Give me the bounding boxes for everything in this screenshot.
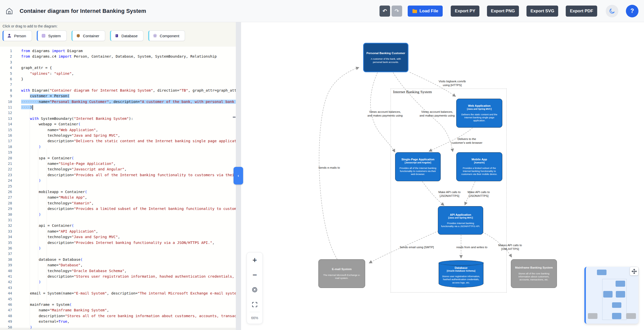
minimap-node [626, 313, 636, 319]
palette-button-label: Container [83, 34, 99, 38]
line-number: 5 [0, 71, 12, 76]
zoom-out-button[interactable]: − [247, 267, 262, 282]
diagram-node-mainframe[interactable]: Mainframe Banking SystemStores all of th… [511, 259, 557, 288]
palette-button-label: Person [14, 34, 26, 38]
code-line-41: 41 description="Stores user registration… [0, 274, 236, 279]
line-number: 34 [0, 234, 12, 240]
export-svg-button[interactable]: Export SVG [526, 6, 558, 17]
export-png-button[interactable]: Export PNG [487, 6, 519, 17]
minimap-node [612, 302, 621, 308]
palette-button-person[interactable]: Person [3, 30, 32, 41]
code-line-24: 24 ) [0, 178, 236, 183]
code-line-3: 3 [0, 59, 236, 65]
code-line-34: 34 technology="Java and Spring MVC", [0, 234, 236, 240]
line-number: 24 [0, 178, 12, 183]
palette-button-database[interactable]: Database [110, 30, 143, 41]
line-number: 30 [0, 212, 12, 217]
export-pdf-button[interactable]: Export PDF [566, 6, 597, 17]
line-number: 27 [0, 195, 12, 200]
system-boundary-label: Internet Banking System [393, 90, 432, 94]
line-number: 28 [0, 200, 12, 206]
line-number: 31 [0, 217, 12, 223]
line-number: 47 [0, 307, 12, 313]
code-line-9: 9 customer = Person( [0, 93, 236, 99]
code-line-1: 1from diagrams import Diagram [0, 48, 236, 54]
diagram-node-customer[interactable]: Personal Banking CustomerA customer of t… [363, 43, 408, 72]
redo-button[interactable]: ↷ [392, 6, 402, 17]
palette-button-container[interactable]: Container [71, 30, 105, 41]
node-description: A customer of the bank, with personal ba… [366, 57, 405, 64]
code-line-17: 17 description="Delivers the static cont… [0, 138, 236, 144]
code-line-49: 49 external=True, [0, 319, 236, 324]
diagram-node-spa[interactable]: Single-Page Application[Javascript and A… [395, 152, 441, 181]
diagram-node-email[interactable]: E-mail SystemThe internal Microsoft Exch… [318, 259, 365, 288]
minimap-node [612, 313, 621, 319]
help-button[interactable]: ? [626, 5, 638, 17]
line-number: 43 [0, 285, 12, 290]
code-line-42: 42 ) [0, 279, 236, 285]
edge-label-make-api-2: Make API calls to [JSON/HTTPS] [468, 190, 490, 198]
node-title: E-mail System [332, 267, 352, 271]
diagram-node-api[interactable]: API Application[Java and Spring MVC]Prov… [438, 206, 483, 235]
line-number: 4 [0, 65, 12, 70]
zoom-in-button[interactable]: + [247, 252, 262, 267]
zoom-level: 66% [247, 312, 262, 324]
collapse-editor-button[interactable]: ‹ [234, 167, 243, 185]
line-number: 45 [0, 296, 12, 302]
node-description: Stores user registration information, ha… [441, 275, 481, 284]
code-line-26: 26 mobileapp = Container( [0, 189, 236, 195]
code-line-19: 19 [0, 150, 236, 155]
diagram-node-webapp[interactable]: Web Application[Java and Spring MVC]Deli… [456, 99, 502, 128]
line-number: 46 [0, 302, 12, 307]
minimap[interactable] [584, 267, 638, 324]
code-line-4: 4graph_attr = { [0, 65, 236, 70]
pan-tool[interactable] [630, 267, 638, 275]
undo-button[interactable]: ↶ [380, 6, 390, 17]
minimap-node [588, 313, 597, 319]
palette-button-component[interactable]: Component [148, 30, 185, 41]
diagram-node-database[interactable]: Database[Oracle Database Schema]Stores u… [439, 263, 483, 287]
fit-view-button[interactable] [247, 297, 262, 312]
code-line-32: 32 api = Container( [0, 223, 236, 228]
line-number: 38 [0, 257, 12, 262]
line-number: 48 [0, 313, 12, 319]
node-description: Provides all of the Internet banking fun… [398, 167, 438, 176]
line-number: 41 [0, 274, 12, 279]
home-icon[interactable] [6, 7, 13, 15]
edge-label-views-1: Views account balances, and makes paymen… [367, 110, 403, 118]
node-description: The internal Microsoft Exchange e-mail s… [321, 274, 362, 280]
export-py-button[interactable]: Export PY [451, 6, 479, 17]
line-number: 32 [0, 223, 12, 228]
minimap-node [616, 281, 625, 287]
line-number: 6 [0, 76, 12, 82]
node-description: Stores all of the core banking informati… [514, 272, 554, 281]
line-number: 22 [0, 166, 12, 172]
load-file-button[interactable]: Load File [408, 6, 443, 17]
line-number: 10 [0, 99, 12, 104]
code-line-8: 8with Diagram("Container diagram for Int… [0, 88, 236, 93]
line-number: 20 [0, 155, 12, 161]
code-line-46: 46 mainframe = System( [0, 302, 236, 307]
code-line-13: 13 with SystemBoundary("Internet Banking… [0, 116, 236, 121]
code-line-40: 40 technology="Oracle Database Schema", [0, 268, 236, 274]
line-number: 49 [0, 319, 12, 324]
dark-mode-toggle[interactable] [606, 5, 618, 17]
line-number: 36 [0, 245, 12, 251]
diagram-node-mobileapp[interactable]: Mobile App[Xamarin]Provides a limited su… [456, 152, 502, 181]
code-line-14: 14 webapp = Container( [0, 121, 236, 127]
palette-button-system[interactable]: System [37, 30, 67, 41]
code-line-28: 28 technology="Xamarin", [0, 200, 236, 206]
code-line-43: 43 [0, 285, 236, 290]
line-number: 12 [0, 110, 12, 116]
code-line-5: 5 "splines": "spline", [0, 71, 236, 76]
line-number: 14 [0, 121, 12, 127]
edge-label-xml-https: Makes API calls to [XML/HTTPS] [498, 243, 522, 251]
code-editor[interactable]: 1from diagrams import Diagram2from diagr… [0, 47, 236, 330]
edge-label-sends-emails: Sends e-mails to [318, 166, 340, 170]
zoom-reset-button[interactable] [247, 282, 262, 297]
line-number: 39 [0, 262, 12, 268]
node-title: Web Application [468, 104, 490, 107]
text-cursor [32, 105, 33, 110]
line-number: 11 [0, 104, 12, 110]
line-number: 21 [0, 161, 12, 166]
